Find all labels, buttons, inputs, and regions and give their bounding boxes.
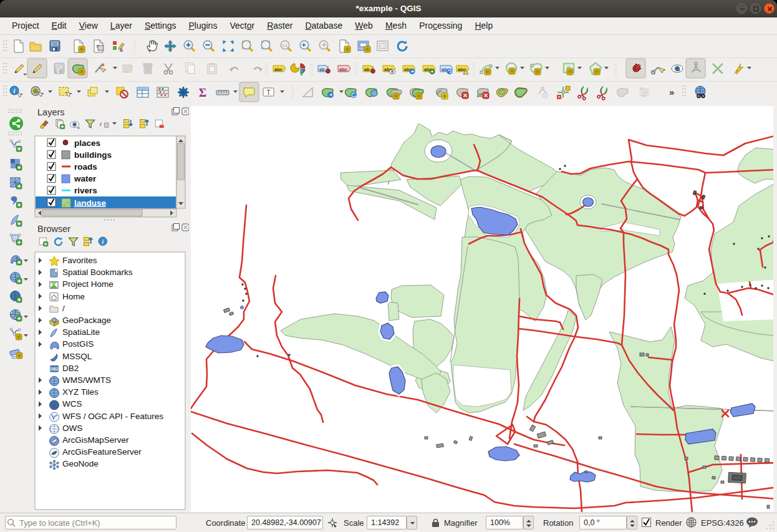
- svg-text:1:1: 1:1: [282, 44, 288, 47]
- svg-text:WCS: WCS: [62, 399, 82, 409]
- svg-text:DB2: DB2: [62, 364, 79, 373]
- svg-text:T: T: [266, 89, 270, 96]
- svg-text:roads: roads: [74, 162, 97, 172]
- svg-text:Σ: Σ: [199, 86, 206, 99]
- svg-text:ab: ab: [319, 67, 325, 72]
- svg-text:SpatiaLite: SpatiaLite: [62, 327, 100, 337]
- svg-text:rivers: rivers: [74, 186, 97, 195]
- svg-text:WFS / OGC API - Features: WFS / OGC API - Features: [62, 412, 163, 421]
- svg-text:Favorites: Favorites: [62, 256, 97, 265]
- svg-text:WMS/WMTS: WMS/WMTS: [62, 375, 111, 385]
- svg-text:abc: abc: [339, 67, 347, 72]
- svg-text:Layers: Layers: [37, 107, 65, 117]
- svg-text:Project Home: Project Home: [62, 279, 113, 289]
- svg-text:ArcGisFeatureServer: ArcGisFeatureServer: [62, 447, 142, 457]
- svg-text:ε: ε: [100, 120, 103, 127]
- svg-text:GeoPackage: GeoPackage: [62, 316, 111, 325]
- svg-text:»: »: [669, 87, 674, 97]
- svg-text:abc: abc: [274, 67, 282, 72]
- svg-text:Home: Home: [62, 292, 85, 301]
- svg-text:water: water: [74, 174, 97, 183]
- svg-text:ab: ab: [364, 67, 370, 72]
- svg-text:GeoNode: GeoNode: [62, 459, 99, 468]
- svg-text:buildings: buildings: [74, 150, 112, 160]
- svg-text:MSSQL: MSSQL: [62, 352, 92, 361]
- svg-text:landuse: landuse: [74, 198, 107, 208]
- svg-text:DB2: DB2: [50, 367, 58, 371]
- svg-text:Browser: Browser: [37, 224, 70, 234]
- svg-text:OWS: OWS: [62, 423, 82, 433]
- svg-text:/: /: [62, 304, 65, 313]
- svg-text:i: i: [102, 238, 104, 245]
- svg-text:PostGIS: PostGIS: [62, 339, 94, 349]
- svg-text:Spatial Bookmarks: Spatial Bookmarks: [62, 268, 133, 277]
- svg-text:ArcGisMapServer: ArcGisMapServer: [62, 435, 129, 445]
- svg-text:a: a: [120, 47, 123, 53]
- svg-text:XYZ Tiles: XYZ Tiles: [62, 387, 99, 397]
- svg-text:places: places: [74, 138, 100, 148]
